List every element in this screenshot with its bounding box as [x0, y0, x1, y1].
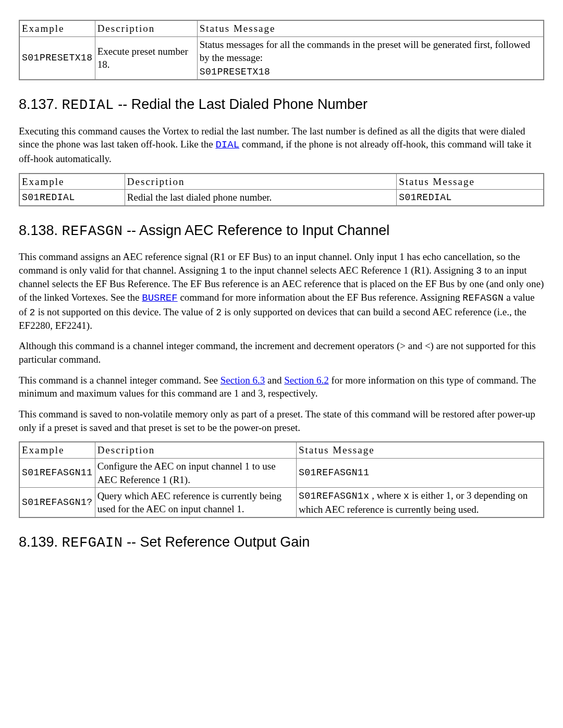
heading-rest: -- Assign AEC Reference to Input Channel	[123, 223, 390, 238]
redial-paragraph: Executing this command causes the Vortex…	[19, 125, 544, 166]
col-status: Status Message	[197, 20, 544, 36]
dial-link[interactable]: DIAL	[215, 139, 239, 151]
text: command for more information about the E…	[178, 292, 463, 303]
cell-status: S01REDIAL	[397, 190, 544, 206]
col-status: Status Message	[397, 174, 544, 190]
refasgn-paragraph-4: This command is saved to non-volatile me…	[19, 408, 544, 434]
text: , where	[370, 490, 403, 501]
text: This command is a channel integer comman…	[19, 375, 221, 386]
redial-table: Example Description Status Message S01RE…	[19, 173, 544, 206]
cell-example: S01PRESETX18	[19, 36, 95, 80]
table-header-row: Example Description Status Message	[19, 174, 544, 190]
status-code: S01REFASGN1x	[299, 491, 370, 501]
heading-num: 8.138.	[19, 223, 62, 238]
code: REFASGN	[462, 293, 504, 303]
cell-status: S01REFASGN11	[296, 458, 544, 487]
heading-num: 8.137.	[19, 96, 62, 112]
code: 2	[30, 307, 35, 318]
text: is not supported on this device. The val…	[35, 306, 216, 317]
cell-example: S01REFASGN1?	[19, 488, 95, 517]
table-header-row: Example Description Status Message	[19, 20, 544, 36]
table-row: S01REDIAL Redial the last dialed phone n…	[19, 190, 544, 206]
table-row: S01REFASGN1? Query which AEC reference i…	[19, 488, 544, 517]
cell-status: S01REFASGN1x , where x is either 1, or 3…	[296, 488, 544, 517]
status-code: S01PRESETX18	[200, 67, 271, 77]
busref-link[interactable]: BUSREF	[142, 292, 177, 304]
heading-num: 8.139.	[19, 534, 62, 550]
heading-code: REFASGN	[62, 224, 123, 239]
code: 3	[476, 266, 482, 276]
heading-code: REFGAIN	[62, 535, 123, 551]
cell-description: Redial the last dialed phone number.	[125, 190, 396, 206]
text: and	[265, 375, 284, 386]
heading-code: REDIAL	[62, 97, 114, 113]
col-description: Description	[95, 442, 296, 458]
section-heading-refgain: 8.139. REFGAIN -- Set Reference Output G…	[19, 533, 544, 552]
cell-status: Status messages for all the commands in …	[197, 36, 544, 80]
cell-example: S01REFASGN11	[19, 458, 95, 487]
code: 2	[216, 307, 222, 318]
col-example: Example	[19, 174, 125, 190]
heading-rest: -- Set Reference Output Gain	[123, 534, 310, 550]
heading-rest: -- Redial the Last Dialed Phone Number	[114, 96, 368, 112]
col-example: Example	[19, 442, 95, 458]
section-6-2-link[interactable]: Section 6.2	[284, 375, 329, 386]
table-row: S01REFASGN11 Configure the AEC on input …	[19, 458, 544, 487]
cell-example: S01REDIAL	[19, 190, 125, 206]
code: 1	[221, 266, 227, 276]
text: to the input channel selects AEC Referen…	[227, 265, 476, 276]
col-example: Example	[19, 20, 95, 36]
table-header-row: Example Description Status Message	[19, 442, 544, 458]
status-text: Status messages for all the commands in …	[200, 39, 530, 64]
cell-description: Execute preset number 18.	[95, 36, 197, 80]
col-status: Status Message	[296, 442, 544, 458]
refasgn-table: Example Description Status Message S01RE…	[19, 441, 544, 518]
col-description: Description	[95, 20, 197, 36]
col-description: Description	[125, 174, 396, 190]
cell-description: Configure the AEC on input channel 1 to …	[95, 458, 296, 487]
cell-description: Query which AEC reference is currently b…	[95, 488, 296, 517]
table-row: S01PRESETX18 Execute preset number 18. S…	[19, 36, 544, 80]
section-6-3-link[interactable]: Section 6.3	[221, 375, 265, 386]
refasgn-paragraph-1: This command assigns an AEC reference si…	[19, 250, 544, 332]
presetx-table: Example Description Status Message S01PR…	[19, 20, 544, 80]
section-heading-refasgn: 8.138. REFASGN -- Assign AEC Reference t…	[19, 221, 544, 241]
refasgn-paragraph-2: Although this command is a channel integ…	[19, 339, 544, 366]
section-heading-redial: 8.137. REDIAL -- Redial the Last Dialed …	[19, 95, 544, 115]
status-code: x	[403, 491, 409, 501]
refasgn-paragraph-3: This command is a channel integer comman…	[19, 374, 544, 400]
